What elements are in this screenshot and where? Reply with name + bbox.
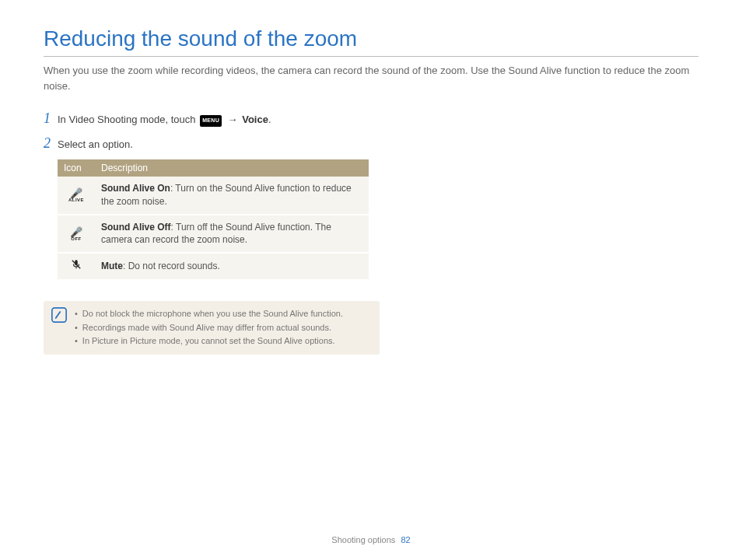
row-desc: Sound Alive Off: Turn off the Sound Aliv…: [95, 215, 369, 253]
content-column: 1 In Video Shooting mode, touch MENU → V…: [44, 110, 378, 355]
table-header-row: Icon Description: [58, 159, 369, 177]
arrow-icon: →: [225, 114, 240, 125]
mute-icon: [58, 254, 95, 279]
note-item: Recordings made with Sound Alive may dif…: [75, 321, 343, 335]
options-table: Icon Description 🎤ALIVE Sound Alive On: …: [58, 159, 369, 279]
row-desc: Sound Alive On: Turn on the Sound Alive …: [95, 177, 369, 214]
table-row: 🎤ALIVE Sound Alive On: Turn on the Sound…: [58, 177, 369, 214]
step-1-text: In Video Shooting mode, touch MENU → Voi…: [58, 110, 271, 128]
svg-rect-2: [52, 308, 66, 322]
step-1-pre: In Video Shooting mode, touch: [58, 114, 198, 125]
voice-label: Voice: [242, 114, 268, 125]
table-row: Mute: Do not record sounds.: [58, 254, 369, 279]
mic-mute-icon: [71, 259, 82, 270]
manual-page: Reducing the sound of the zoom When you …: [0, 0, 742, 560]
table-row: 🎤OFF Sound Alive Off: Turn off the Sound…: [58, 215, 369, 253]
menu-icon: MENU: [200, 115, 222, 127]
step-2: 2 Select an option.: [44, 135, 378, 152]
note-item: In Picture in Picture mode, you cannot s…: [75, 334, 343, 348]
step-2-text: Select an option.: [58, 135, 133, 152]
sound-alive-off-icon: 🎤OFF: [58, 215, 95, 253]
note-box: Do not block the microphone when you use…: [44, 301, 380, 355]
header-description: Description: [95, 159, 369, 177]
intro-text: When you use the zoom while recording vi…: [44, 63, 698, 93]
period: .: [268, 114, 271, 125]
page-number: 82: [401, 535, 410, 544]
page-footer: Shooting options 82: [0, 535, 742, 544]
svg-rect-0: [75, 268, 76, 269]
row-desc: Mute: Do not record sounds.: [95, 254, 369, 279]
step-number: 2: [44, 135, 58, 152]
step-1: 1 In Video Shooting mode, touch MENU → V…: [44, 110, 378, 128]
note-item: Do not block the microphone when you use…: [75, 307, 343, 321]
sound-alive-on-icon: 🎤ALIVE: [58, 177, 95, 214]
footer-section: Shooting options: [331, 535, 395, 544]
note-list: Do not block the microphone when you use…: [75, 307, 343, 348]
step-number: 1: [44, 110, 58, 127]
title-rule: [44, 56, 698, 57]
header-icon: Icon: [58, 159, 95, 177]
note-icon: [51, 307, 67, 323]
page-title: Reducing the sound of the zoom: [44, 26, 698, 51]
